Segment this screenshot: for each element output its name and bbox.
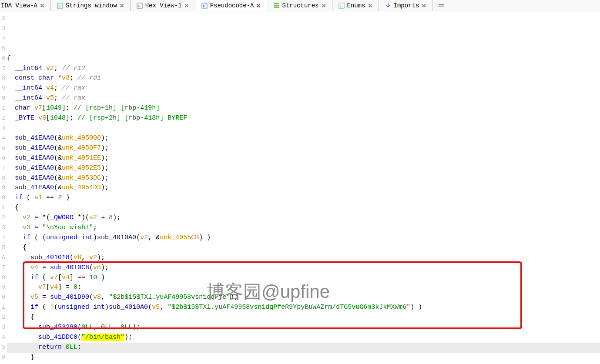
svg-rect-6: [274, 3, 279, 4]
tab-bar: IDA View-A S Strings window 0 Hex View-1…: [0, 0, 600, 11]
svg-text:S: S: [58, 4, 60, 9]
svg-rect-8: [274, 7, 279, 8]
svg-rect-12: [439, 6, 444, 7]
code-line: v4 = sub_4010C8(v8);: [7, 264, 109, 271]
code-line: _BYTE v8[1048]; // [rsp+2h] [rbp-418h] B…: [7, 114, 187, 122]
code-line: const char *v3; // rdi: [7, 74, 101, 82]
code-line: sub_41EAA0(&unk_4954D3);: [7, 184, 109, 191]
code-content: { __int64 v2; // r12 const char *v3; // …: [7, 44, 600, 364]
imports-icon: [385, 3, 391, 9]
tab-strings[interactable]: S Strings window: [51, 0, 131, 11]
code-line: sub_41EAA0(&unk_4952E5);: [7, 164, 109, 172]
tab-label: Hex View-1: [145, 2, 182, 9]
close-icon[interactable]: [40, 3, 44, 8]
line-gutter: 2 3 4 5 6 7 8 9 0 1 2 3 4 5 6 7 8 9 0 1 …: [0, 14, 5, 364]
svg-text:E: E: [340, 4, 342, 9]
hex-icon: 0: [137, 3, 143, 9]
svg-text:F: F: [203, 4, 205, 9]
code-line: sub_41EAA0(&unk_4950F7);: [7, 144, 109, 152]
code-line: if ( (unsigned int)sub_4010A0(v2, &unk_4…: [7, 234, 211, 241]
tab-label: Strings window: [66, 2, 117, 9]
code-line: }: [7, 354, 34, 361]
code-line: sub_41EAA0(&unk_495000);: [7, 134, 109, 142]
tab-ida-view[interactable]: IDA View-A: [0, 0, 51, 11]
code-line: sub_41EAA0(&unk_4951EE);: [7, 154, 109, 162]
code-line: [7, 124, 11, 132]
code-line: sub_453290(0LL, 0LL, 0LL);: [7, 324, 140, 331]
svg-rect-11: [439, 4, 444, 5]
enum-icon: E: [339, 3, 345, 9]
code-line: if ( v7[v4] == 10 ): [7, 274, 105, 281]
code-line: {: [7, 314, 34, 321]
tab-imports[interactable]: Imports: [379, 0, 433, 11]
code-line: char v7[1049]; // [rsp+1h] [rbp-419h]: [7, 104, 160, 112]
code-line: {: [7, 55, 11, 62]
tab-hex[interactable]: 0 Hex View-1: [131, 0, 195, 11]
tab-enums[interactable]: E Enums: [332, 0, 379, 11]
code-line: __int64 v5; // rax: [7, 94, 85, 102]
svg-rect-7: [274, 5, 279, 6]
tab-overflow[interactable]: [432, 0, 451, 11]
close-icon[interactable]: [368, 3, 372, 8]
close-icon[interactable]: [256, 3, 261, 8]
tab-pseudocode[interactable]: F Pseudocode-A: [195, 0, 268, 11]
code-line: v7[v4] = 0;: [7, 284, 81, 291]
close-icon[interactable]: [422, 3, 426, 8]
code-line: if ( a1 == 2 ): [7, 194, 70, 201]
tab-label: Imports: [394, 2, 419, 9]
close-icon[interactable]: [322, 3, 326, 8]
tab-label: Pseudocode-A: [210, 2, 254, 9]
code-line: v5 = sub_401D90(v8, "$2b$15$TXl.yuAF4995…: [7, 294, 238, 301]
close-icon[interactable]: [120, 3, 124, 8]
code-line: v2 = *(_QWORD *)(a2 + 8);: [7, 214, 121, 221]
code-editor[interactable]: 2 3 4 5 6 7 8 9 0 1 2 3 4 5 6 7 8 9 0 1 …: [0, 11, 600, 364]
code-line: if ( !(unsigned int)sub_4010A0(v5, "$2b$…: [7, 304, 422, 311]
tab-label: Structures: [282, 2, 318, 9]
code-line: __int64 v4; // rax: [7, 84, 85, 92]
code-line: {: [7, 204, 19, 211]
pseudo-icon: F: [201, 3, 208, 9]
code-line: sub_41EAA0(&unk_4953DC);: [7, 174, 109, 182]
code-line: sub_401018(v8, v2);: [7, 254, 105, 261]
code-line: v3 = "\nYou wish!";: [7, 224, 97, 231]
code-line: {: [7, 244, 27, 251]
code-line: sub_41DDC0("/bin/bash");: [7, 334, 132, 341]
tab-structures[interactable]: Structures: [267, 0, 332, 11]
svg-text:0: 0: [137, 4, 140, 8]
struct-icon: [273, 3, 279, 9]
strings-icon: S: [57, 3, 63, 9]
close-icon[interactable]: [184, 3, 189, 8]
overflow-icon: [439, 3, 445, 9]
tab-label: Enums: [347, 2, 365, 9]
code-line: return 0LL;: [7, 343, 600, 353]
code-line: __int64 v2; // r12: [7, 65, 85, 72]
tab-label: IDA View-A: [1, 2, 37, 9]
